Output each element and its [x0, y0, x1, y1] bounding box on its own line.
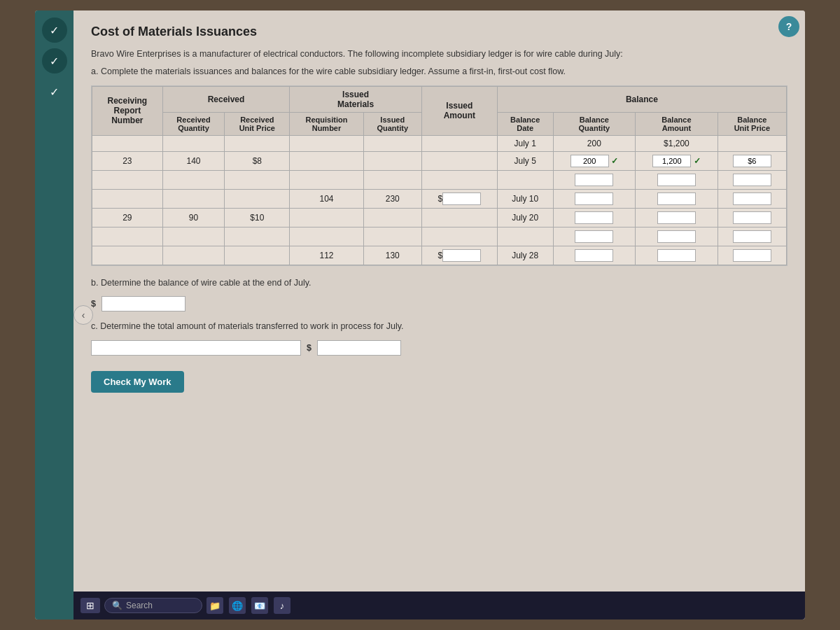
cell-bal-amt-4	[636, 189, 718, 208]
sidebar-icon-3[interactable]: ✓	[42, 79, 67, 104]
col-header-balance-unit-price: BalanceUnit Price	[718, 112, 786, 135]
taskbar-icon-folder[interactable]: 📁	[206, 597, 223, 614]
cell-iss-qty-1	[363, 135, 421, 151]
table-row: July 1 200 $1,200	[92, 135, 787, 151]
cell-iss-amt-4: $	[421, 189, 497, 208]
bal-up-input-7[interactable]	[733, 249, 771, 262]
search-icon: 🔍	[112, 601, 122, 610]
page-title: Cost of Materials Issuances	[91, 24, 788, 39]
col-header-balance-date: BalanceDate	[497, 112, 553, 135]
col-header-requisition: RequisitionNumber	[290, 112, 363, 135]
cell-recv-price-7	[225, 246, 290, 265]
cell-bal-up-4	[718, 189, 786, 208]
cell-req-2	[290, 151, 363, 170]
cell-rr-1	[92, 135, 163, 151]
bal-qty-input-4[interactable]	[575, 192, 613, 205]
sidebar-icon-2[interactable]: ✓	[42, 48, 67, 74]
cell-iss-qty-4: 230	[363, 189, 421, 208]
cell-recv-price-1	[225, 135, 290, 151]
cell-bal-qty-5	[553, 208, 636, 227]
cell-iss-amt-5	[421, 208, 497, 227]
part-c-input[interactable]	[91, 340, 301, 356]
cell-recv-qty-4	[162, 189, 225, 208]
col-header-balance-amount: BalanceAmount	[636, 112, 718, 135]
part-c-amount-input[interactable]	[317, 340, 401, 356]
bal-qty-input-5[interactable]	[575, 211, 613, 224]
taskbar-icon-browser[interactable]: 🌐	[229, 597, 246, 614]
cell-bal-date-4: July 10	[497, 189, 553, 208]
bal-qty-input-6[interactable]	[575, 230, 613, 243]
main-content: ? Cost of Materials Issuances Bravo Wire…	[74, 10, 805, 620]
cell-bal-amt-6	[636, 227, 718, 246]
cell-req-3	[290, 170, 363, 189]
checkmark-2: ✓	[611, 156, 618, 166]
cell-bal-qty-7	[553, 246, 636, 265]
cell-bal-date-5: July 20	[497, 208, 553, 227]
taskbar: ⊞ 🔍 Search 📁 🌐 📧 ♪	[74, 592, 805, 620]
help-icon[interactable]: ?	[778, 16, 799, 37]
taskbar-icon-music[interactable]: ♪	[274, 597, 290, 614]
iss-amt-input-7[interactable]	[442, 249, 481, 262]
bal-amt-input-6[interactable]	[657, 230, 696, 243]
start-button[interactable]: ⊞	[80, 598, 100, 613]
bal-up-input-6[interactable]	[733, 230, 771, 243]
bal-up-input-3[interactable]	[733, 174, 771, 186]
cell-recv-price-2: $8	[225, 151, 290, 170]
col-header-issued-amount: IssuedAmount	[421, 86, 497, 135]
check-my-work-button[interactable]: Check My Work	[91, 371, 184, 393]
sidebar-icon-1[interactable]: ✓	[42, 18, 67, 43]
taskbar-icon-mail[interactable]: 📧	[251, 597, 268, 614]
cell-bal-qty-4	[553, 189, 636, 208]
cell-bal-up-3	[718, 170, 786, 189]
part-b-label: b. Determine the balance of wire cable a…	[91, 276, 788, 290]
cell-req-7: 112	[290, 246, 363, 265]
cell-rr-2: 23	[92, 151, 163, 170]
cell-iss-qty-2	[363, 151, 421, 170]
cell-bal-qty-3	[553, 170, 636, 189]
bal-up-input-5[interactable]	[733, 211, 771, 224]
table-row: 23 140 $8 July 5 ✓ ✓	[92, 151, 787, 170]
cell-bal-amt-5	[636, 208, 718, 227]
bal-amt-input-3[interactable]	[657, 174, 696, 186]
section-b: b. Determine the balance of wire cable a…	[91, 276, 788, 312]
cell-bal-date-6	[497, 227, 553, 246]
cell-recv-qty-7	[162, 246, 225, 265]
cell-bal-qty-1: 200	[553, 135, 636, 151]
dollar-sign-b: $	[91, 299, 96, 309]
cell-recv-price-6	[225, 227, 290, 246]
bal-qty-input-2[interactable]	[570, 155, 609, 167]
cell-iss-qty-7: 130	[363, 246, 421, 265]
cell-bal-date-1: July 1	[497, 135, 553, 151]
taskbar-search-box[interactable]: 🔍 Search	[104, 598, 202, 613]
intro-text: Bravo Wire Enterprises is a manufacturer…	[91, 48, 788, 61]
cell-recv-qty-5: 90	[162, 208, 225, 227]
cell-bal-up-6	[718, 227, 786, 246]
cell-rr-5: 29	[92, 208, 163, 227]
cell-bal-date-3	[497, 170, 553, 189]
cell-recv-qty-3	[162, 170, 225, 189]
cell-bal-qty-6	[553, 227, 636, 246]
bal-amt-input-4[interactable]	[657, 192, 696, 205]
part-b-input[interactable]	[102, 296, 186, 312]
ledger-table: ReceivingReportNumber Received IssuedMat…	[92, 86, 787, 265]
cell-iss-qty-6	[363, 227, 421, 246]
table-row	[92, 227, 787, 246]
bal-amt-input-5[interactable]	[657, 211, 696, 224]
cell-rr-4	[92, 189, 163, 208]
bal-amt-input-2[interactable]	[652, 155, 691, 167]
iss-amt-input-4[interactable]	[442, 192, 481, 205]
cell-bal-up-1	[718, 135, 786, 151]
scroll-left-arrow[interactable]: ‹	[74, 305, 93, 325]
bal-up-input-4[interactable]	[733, 192, 771, 205]
bal-qty-input-3[interactable]	[575, 174, 613, 186]
search-label: Search	[126, 601, 153, 610]
left-sidebar: ✓ ✓ ✓	[35, 10, 74, 620]
cell-bal-amt-7	[636, 246, 718, 265]
col-header-receiving-report: ReceivingReportNumber	[92, 86, 163, 135]
cell-bal-qty-2: ✓	[553, 151, 636, 170]
dollar-sign-c: $	[307, 343, 312, 353]
bal-up-input-2[interactable]	[733, 155, 771, 167]
bal-qty-input-7[interactable]	[575, 249, 613, 262]
cell-iss-amt-6	[421, 227, 497, 246]
bal-amt-input-7[interactable]	[657, 249, 696, 262]
